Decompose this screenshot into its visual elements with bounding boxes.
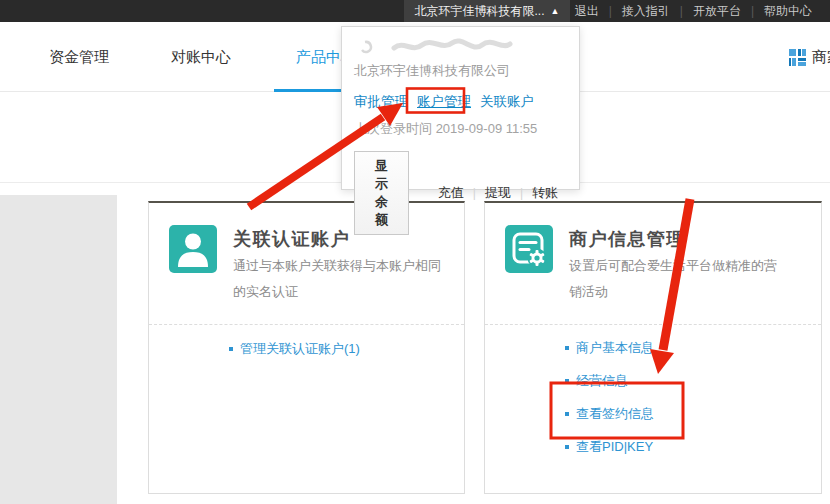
card-divider xyxy=(149,324,464,325)
merchant-grid-icon xyxy=(789,49,806,66)
card-description: 设置后可配合爱生活平台做精准的营销活动 xyxy=(569,253,781,305)
bullet-icon xyxy=(229,347,233,351)
caret-up-icon: ▲ xyxy=(551,6,560,16)
card-title: 商户信息管理 xyxy=(569,227,686,251)
card-description: 通过与本账户关联获得与本账户相同的实名认证 xyxy=(233,253,445,305)
card-linked-certified-accounts: 关联认证账户 通过与本账户关联获得与本账户相同的实名认证 管理关联认证账户(1) xyxy=(148,201,465,494)
dropdown-bottom-row: 显示余额 充值 | 提现 | 转账 xyxy=(354,151,567,235)
integration-guide-link[interactable]: 接入指引 xyxy=(612,3,680,20)
link-manage-linked-accounts[interactable]: 管理关联认证账户(1) xyxy=(229,340,360,358)
account-dropdown-panel: 北京环宇佳博科技有限公司 审批管理 账户管理 关联账户 上次登录时间 2019-… xyxy=(341,26,580,190)
link-label: 查看PID|KEY xyxy=(576,438,653,456)
link-business-info[interactable]: 经营信息 xyxy=(565,372,654,390)
linked-account-link[interactable]: 关联账户 xyxy=(480,93,534,111)
link-label: 商户基本信息 xyxy=(576,339,654,357)
masked-account-scribble xyxy=(354,37,567,57)
merchant-badge[interactable]: 商家 xyxy=(789,22,830,92)
tab-reconciliation-center[interactable]: 对账中心 xyxy=(149,22,253,91)
dropdown-links: 审批管理 账户管理 关联账户 xyxy=(354,93,567,111)
help-center-link[interactable]: 帮助中心 xyxy=(754,3,822,20)
card-links: 商户基本信息 经营信息 查看签约信息 查看PID|KEY xyxy=(565,339,654,471)
bullet-icon xyxy=(565,379,569,383)
bullet-icon xyxy=(565,445,569,449)
merchant-badge-label: 商家 xyxy=(812,48,830,67)
show-balance-button[interactable]: 显示余额 xyxy=(354,151,409,235)
link-label: 经营信息 xyxy=(576,372,628,390)
withdraw-link[interactable]: 提现 xyxy=(476,184,520,202)
last-login-info: 上次登录时间 2019-09-09 11:55 xyxy=(354,120,567,138)
card-title: 关联认证账户 xyxy=(233,227,350,251)
open-platform-link[interactable]: 开放平台 xyxy=(683,3,751,20)
card-divider xyxy=(485,324,821,325)
bullet-icon xyxy=(565,346,569,350)
last-login-time: 2019-09-09 11:55 xyxy=(436,121,538,136)
transfer-link[interactable]: 转账 xyxy=(523,184,567,202)
last-login-label: 上次登录时间 xyxy=(354,121,432,136)
card-merchant-info-management: 商户信息管理 设置后可配合爱生活平台做精准的营销活动 商户基本信息 经营信息 查… xyxy=(484,201,822,494)
person-icon xyxy=(169,225,217,273)
company-account-selector[interactable]: 北京环宇佳博科技有限... ▲ xyxy=(404,0,570,22)
link-merchant-basic-info[interactable]: 商户基本信息 xyxy=(565,339,654,357)
link-view-pid-key[interactable]: 查看PID|KEY xyxy=(565,438,654,456)
dropdown-actions: 充值 | 提现 | 转账 xyxy=(429,184,567,202)
link-label: 管理关联认证账户(1) xyxy=(240,340,360,358)
recharge-link[interactable]: 充值 xyxy=(429,184,473,202)
card-links: 管理关联认证账户(1) xyxy=(229,340,360,373)
dropdown-company-name: 北京环宇佳博科技有限公司 xyxy=(354,62,567,80)
approval-management-link[interactable]: 审批管理 xyxy=(354,93,408,111)
page: 北京环宇佳博科技有限... ▲ 退出 | 接入指引 | 开放平台 | 帮助中心 … xyxy=(0,0,830,504)
left-gray-panel xyxy=(0,195,117,504)
tab-funds-management[interactable]: 资金管理 xyxy=(27,22,131,91)
topbar-menu: 退出 | 接入指引 | 开放平台 | 帮助中心 xyxy=(565,0,822,22)
bullet-icon xyxy=(565,412,569,416)
company-selector-label: 北京环宇佳博科技有限... xyxy=(415,3,545,20)
logout-link[interactable]: 退出 xyxy=(565,3,609,20)
account-management-link[interactable]: 账户管理 xyxy=(417,93,471,111)
link-label: 查看签约信息 xyxy=(576,405,654,423)
top-bar: 北京环宇佳博科技有限... ▲ 退出 | 接入指引 | 开放平台 | 帮助中心 xyxy=(0,0,830,22)
link-view-contract-info[interactable]: 查看签约信息 xyxy=(565,405,654,423)
